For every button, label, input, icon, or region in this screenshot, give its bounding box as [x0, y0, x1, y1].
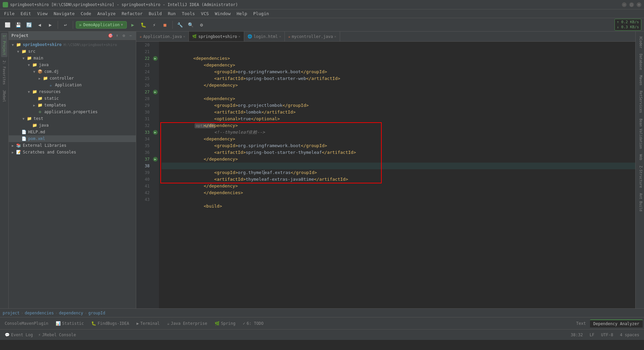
menu-build[interactable]: Build: [146, 10, 164, 17]
menu-plugin[interactable]: Plugin: [251, 10, 272, 17]
tree-item-test[interactable]: ▼ 📁 test: [9, 115, 136, 122]
gutter-run-27[interactable]: ▶: [153, 90, 158, 94]
sidebar-tab-favorites[interactable]: 2: Favorites: [1, 58, 7, 87]
sidebar-tab-xcoder[interactable]: XCoder: [636, 34, 644, 51]
status-event-log[interactable]: 💬 Event Log: [3, 332, 35, 338]
toolbar-undo-btn[interactable]: ↩: [61, 20, 70, 30]
tab-pom-xml[interactable]: 🌿 springboot+shiro ✕: [189, 32, 244, 41]
toolbar-save-btn[interactable]: 💾: [13, 20, 23, 30]
gutter-run-37[interactable]: ▶: [153, 157, 158, 162]
bottom-tab-terminal[interactable]: ▶ Terminal: [133, 320, 163, 327]
menu-refactor[interactable]: Refactor: [119, 10, 146, 17]
bottom-tab-findbugs[interactable]: 🐛 FindBugs-IDEA: [88, 320, 132, 327]
tree-item-app-props[interactable]: ⚙ application.properties: [9, 108, 136, 115]
toolbar-forward-btn[interactable]: ▶: [46, 20, 55, 30]
status-encoding[interactable]: UTF-8: [599, 332, 615, 338]
sidebar-tab-maven[interactable]: Maven: [636, 73, 644, 88]
tree-item-main[interactable]: ▼ 📁 main: [9, 55, 136, 61]
run-btn[interactable]: ▶: [128, 20, 138, 30]
tree-arrow-ext-libs: ▶: [10, 144, 15, 147]
tree-item-com-dj[interactable]: ▼ 📦 com.dj: [9, 68, 136, 75]
run-config-selector[interactable]: ▶ DemoApplication ▼: [76, 21, 127, 29]
tree-item-root[interactable]: ▼ 📁 springboot+shiro H:\CSDN\springboot+…: [9, 41, 136, 48]
code-line-22: <dependency>: [162, 55, 635, 62]
tab-close-pom[interactable]: ✕: [238, 35, 240, 38]
search-btn[interactable]: 🔍: [186, 20, 196, 30]
maximize-button[interactable]: □: [629, 2, 634, 7]
sidebar-tab-web[interactable]: Web: [636, 151, 644, 163]
code-content[interactable]: <dependencies> <dependency> <groupId>org…: [159, 42, 635, 308]
run-coverage-btn[interactable]: ⚡: [150, 20, 159, 30]
locate-icon[interactable]: 🎯: [108, 33, 113, 38]
tab-close-login[interactable]: ✕: [279, 35, 281, 38]
bc-project[interactable]: project: [3, 311, 20, 315]
bc-dependency[interactable]: dependency: [59, 311, 83, 315]
bottom-tab-text[interactable]: Text: [573, 319, 589, 327]
status-jrebel[interactable]: ⚡ JRebel Console: [36, 332, 78, 338]
status-indent[interactable]: 4 spaces: [618, 332, 641, 338]
sidebar-tab-retservices[interactable]: RetServices: [636, 88, 644, 116]
menu-run[interactable]: Run: [165, 10, 178, 17]
menu-file[interactable]: File: [1, 10, 17, 17]
menu-edit[interactable]: Edit: [18, 10, 34, 17]
tree-item-static[interactable]: 📁 static: [9, 95, 136, 102]
tree-item-java[interactable]: ▼ 📁 java: [9, 61, 136, 68]
bottom-tab-statistic[interactable]: 📊 Statistic: [52, 320, 87, 327]
menu-window[interactable]: Window: [212, 10, 233, 17]
sidebar-tab-project[interactable]: 1: Project: [1, 33, 7, 57]
collapse-icon[interactable]: ⬆: [114, 33, 120, 38]
sidebar-tab-database[interactable]: Database: [636, 51, 644, 73]
bottom-tab-spring[interactable]: 🌿 Spring: [211, 320, 239, 327]
sidebar-tab-bean-validation[interactable]: Bean Validation: [636, 116, 644, 151]
tab-application-java[interactable]: ☕ Application.java ✕: [136, 32, 189, 41]
sidebar-tab-ant-build[interactable]: Ant Build: [636, 190, 644, 214]
sidebar-tab-jrebel[interactable]: JRebel: [1, 88, 7, 104]
gutter-run-22[interactable]: ▶: [153, 56, 158, 61]
bc-groupid[interactable]: groupId: [88, 311, 105, 315]
stop-btn[interactable]: ■: [160, 20, 170, 30]
tree-item-scratches[interactable]: ▶ 📝 Scratches and Consoles: [9, 149, 136, 156]
left-sidebar: 1: Project 2: Favorites JRebel: [0, 32, 9, 308]
gutter-run-33[interactable]: ▶: [153, 130, 158, 135]
tab-close-application[interactable]: ✕: [183, 35, 185, 38]
tree-item-src[interactable]: ▼ 📁 src: [9, 48, 136, 55]
menu-navigate[interactable]: Navigate: [51, 10, 77, 17]
bottom-tab-java-enterprise[interactable]: ☕ Java Enterprise: [164, 320, 211, 327]
menu-code[interactable]: Code: [78, 10, 94, 17]
menu-tools[interactable]: Tools: [179, 10, 198, 17]
toolbar-back-btn[interactable]: ◀: [35, 20, 44, 30]
tab-close-mycontroller[interactable]: ✕: [334, 35, 336, 38]
debug-btn[interactable]: 🐛: [139, 20, 148, 30]
tree-item-application[interactable]: ☕ Application: [9, 82, 136, 88]
hide-icon[interactable]: −: [128, 33, 133, 38]
menu-vcs[interactable]: VCS: [198, 10, 211, 17]
tree-item-ext-libs[interactable]: ▶ 📚 External Libraries: [9, 142, 136, 149]
editor-content[interactable]: 20 21 22 23 24 25 26 27 28 29 30 31 32 3…: [136, 42, 635, 308]
menu-help[interactable]: Help: [234, 10, 250, 17]
tree-item-controller[interactable]: ▶ 📁 controller: [9, 75, 136, 82]
bc-dependencies[interactable]: dependencies: [25, 311, 54, 315]
settings-icon[interactable]: ⚙: [121, 33, 126, 38]
menu-view[interactable]: View: [35, 10, 50, 17]
xml-file-icon: 📄: [21, 136, 27, 141]
bottom-tab-todo[interactable]: ✓ 6: TODO: [239, 320, 267, 327]
toolbar-sync-btn[interactable]: 🔄: [24, 20, 34, 30]
bottom-tab-dep-analyzer[interactable]: Dependency Analyzer: [590, 319, 643, 327]
tree-item-templates[interactable]: ▶ 📁 templates: [9, 102, 136, 108]
minimize-button[interactable]: —: [622, 2, 627, 7]
tab-mycontroller[interactable]: ☕ mycontroller.java ✕: [285, 32, 340, 41]
menu-analyze[interactable]: Analyze: [95, 10, 118, 17]
settings-btn[interactable]: ⚙: [197, 20, 206, 30]
tree-item-resources[interactable]: ▼ 📁 resources: [9, 88, 136, 95]
status-position[interactable]: 38:32: [569, 332, 585, 338]
tree-item-pom[interactable]: 📄 pom.xml: [9, 135, 136, 142]
status-line-ending[interactable]: LF: [588, 332, 596, 338]
build-btn[interactable]: 🔧: [175, 20, 185, 30]
tab-login-html[interactable]: 🌐 login.html ✕: [244, 32, 285, 41]
tree-item-test-java[interactable]: 📁 java: [9, 122, 136, 129]
bottom-tab-console[interactable]: ConsoleMavenPlugin: [1, 320, 52, 327]
tree-item-help[interactable]: 📄 HELP.md: [9, 129, 136, 135]
toolbar-project-btn[interactable]: ⬜: [3, 20, 12, 30]
close-button[interactable]: ✕: [637, 2, 641, 7]
sidebar-tab-z-structure[interactable]: Z-Structure: [636, 163, 644, 190]
